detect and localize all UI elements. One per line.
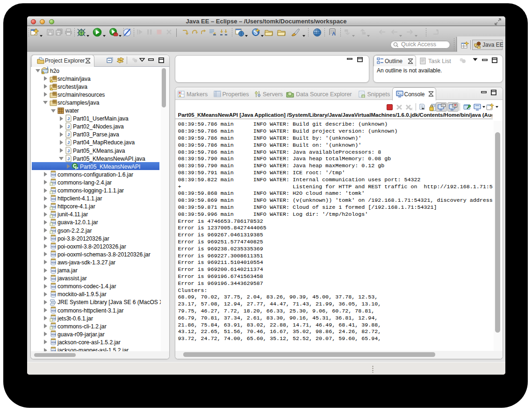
svg-text:010: 010 — [51, 285, 56, 288]
svg-text:010: 010 — [51, 198, 56, 200]
svg-text:010: 010 — [51, 309, 56, 312]
svg-text:010: 010 — [51, 293, 56, 296]
svg-text:J: J — [67, 116, 70, 121]
svg-text:J: J — [46, 67, 48, 70]
svg-text:010: 010 — [51, 245, 56, 248]
svg-text:010: 010 — [51, 333, 56, 336]
svg-text:J: J — [67, 132, 70, 137]
svg-text:010: 010 — [51, 253, 56, 256]
svg-text:010: 010 — [51, 237, 56, 240]
svg-text:J: J — [67, 156, 70, 161]
svg-text:J: J — [67, 124, 70, 129]
svg-text:010: 010 — [51, 277, 56, 280]
svg-text:J: J — [67, 148, 70, 153]
svg-text:010: 010 — [51, 341, 56, 344]
svg-text:J: J — [67, 140, 70, 145]
svg-text:010: 010 — [51, 173, 56, 176]
svg-text:010: 010 — [51, 261, 56, 264]
svg-text:010: 010 — [51, 270, 56, 272]
